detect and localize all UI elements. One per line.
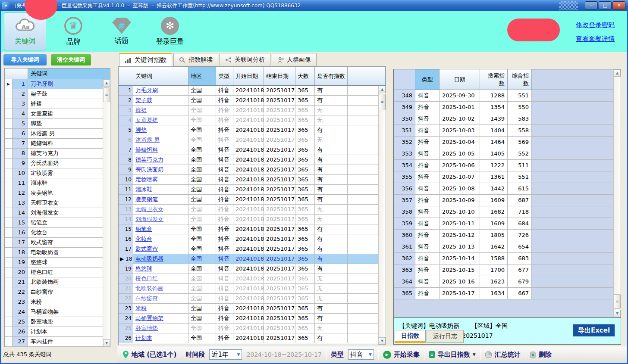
column-header[interactable]: 搜索指数 (480, 69, 508, 90)
table-row[interactable]: 356抖音2025-10-081442615 (394, 183, 613, 195)
minimize-button[interactable]: – (585, 1, 598, 9)
keyword-list-item[interactable]: 19悠悠球 (5, 258, 103, 268)
table-row[interactable]: 350抖音2025-10-021439583 (394, 113, 613, 125)
table-row[interactable]: 23米粉全国抖音2024101820251017365有 (119, 304, 378, 314)
keyword-list-item[interactable]: ▶1万毛牙刷 (5, 79, 103, 89)
column-header[interactable]: 综合指数 (508, 69, 532, 90)
keyword-link[interactable]: 马桶置物架 (135, 315, 163, 321)
table-row[interactable]: 21北欧装饰画全国抖音2024101820251017365无 (119, 284, 378, 294)
keyword-link[interactable]: 万毛牙刷 (135, 87, 158, 93)
keyword-list-item[interactable]: 9旁氏洗面奶 (5, 159, 103, 168)
keyword-list-item[interactable]: 25卧室地垫 (5, 317, 103, 327)
table-row[interactable]: 365抖音2025-10-171634667 (394, 288, 613, 299)
keyword-link[interactable]: 白纱窗帘 (135, 295, 158, 302)
table-row[interactable]: 19悠悠球全国抖音2024101820251017365有 (119, 264, 378, 274)
scroll-up-icon[interactable]: ▲ (379, 86, 386, 93)
clear-keywords-button[interactable]: 清空关键词 (51, 54, 91, 65)
keyword-list-item[interactable]: 15铅笔盒 (5, 218, 103, 228)
type-select[interactable]: 抖音 ▼ (348, 349, 374, 360)
table-row[interactable]: 5脚垫全国抖音2024101820251017365有 (119, 125, 378, 135)
tab-audience-profile[interactable]: 人群画像 (272, 53, 317, 66)
table-row[interactable]: 6沐浴露 男全国抖音2024101820251017365无 (119, 135, 378, 145)
keyword-link[interactable]: 沐浴露 男 (135, 137, 160, 143)
tab-run-log[interactable]: 运行日志 (427, 330, 464, 343)
keyword-list-item[interactable]: 21北欧装饰画 (5, 277, 103, 287)
table-row[interactable]: 7鲢鳙饵料全国抖音2024101820251017365有 (119, 145, 378, 155)
nav-login-juliang-button[interactable]: ✻ 登录巨量 (149, 12, 191, 50)
keyword-link[interactable]: 女童夏裙 (135, 117, 158, 123)
table-row[interactable]: 352抖音2025-10-041464569 (394, 137, 613, 148)
keyword-link[interactable]: 化妆台 (135, 236, 152, 242)
table-row[interactable]: 12凌美钢笔全国抖音2024101820251017365有 (119, 195, 378, 205)
table-row[interactable]: 348抖音2025-09-301288551 (394, 90, 613, 102)
keyword-list-item[interactable]: 2架子鼓 (5, 89, 103, 99)
table-row[interactable]: 361抖音2025-10-131642654 (394, 241, 613, 253)
keyword-list-item[interactable]: 23米粉 (5, 297, 103, 307)
table-row[interactable]: 24马桶置物架全国抖音2024101820251017365有 (119, 314, 378, 324)
table-row[interactable]: 360抖音2025-10-121805726 (394, 230, 613, 241)
keyword-link[interactable]: 德芙巧克力 (135, 156, 163, 163)
table-row[interactable]: 3裤裙全国抖音2024101820251017365无 (119, 106, 378, 115)
keyword-list-item[interactable]: 13无帽卫衣女 (5, 198, 103, 208)
keyword-link[interactable]: 鲢鳙饵料 (135, 146, 158, 153)
table-row[interactable]: 364抖音2025-10-161623679 (394, 276, 613, 288)
scroll-up-icon[interactable]: ▲ (103, 79, 110, 87)
nav-topic-button[interactable]: # 话题 (100, 12, 143, 50)
summary-stats-button[interactable]: 汇总统计 (485, 351, 521, 359)
table-row[interactable]: 354抖音2025-10-061222511 (394, 160, 613, 171)
keyword-link[interactable]: 北欧装饰画 (135, 285, 163, 292)
maximize-button[interactable]: □ (599, 1, 612, 9)
keyword-list-item[interactable]: 17欧式窗帘 (5, 238, 103, 248)
table-row[interactable]: 22白纱窗帘全国抖音2024101820251017365无 (119, 294, 378, 304)
export-excel-button[interactable]: 导出Excel (573, 324, 615, 336)
keyword-link[interactable]: 刘海假发女 (135, 216, 163, 222)
keyword-list-item[interactable]: 4女童夏裙 (5, 109, 103, 119)
column-header[interactable] (532, 69, 613, 90)
keyword-list-item[interactable]: 10定妆喷雾 (5, 168, 103, 178)
keyword-link[interactable]: 溜冰鞋 (135, 186, 152, 193)
tab-daily-index[interactable]: 日指数 (395, 330, 426, 343)
start-collect-button[interactable]: ▶ 开始采集 (383, 351, 420, 359)
keyword-link[interactable]: 裤裙 (135, 107, 147, 113)
scroll-down-icon[interactable]: ▼ (614, 310, 621, 317)
period-select[interactable]: 近1年 ▼ (209, 349, 242, 360)
table-row[interactable]: 355抖音2025-10-071361551 (394, 171, 613, 183)
nav-brand-button[interactable]: ♛ 品牌 (52, 12, 94, 50)
column-header[interactable] (394, 69, 415, 90)
keyword-column-header[interactable]: 关键词 (28, 68, 110, 79)
table-row[interactable]: 362抖音2025-10-141588683 (394, 253, 613, 264)
keyword-list-item[interactable]: 12凌美钢笔 (5, 188, 103, 198)
table-row[interactable]: 16化妆台全国抖音2024101820251017365有 (119, 234, 378, 244)
scrollbar-thumb[interactable]: ≡ (614, 294, 621, 309)
keyword-list-item[interactable]: 27车内挂件 (5, 337, 103, 347)
keyword-list-item[interactable]: 24马桶置物架 (5, 307, 103, 317)
keyword-list-item[interactable]: 6沐浴露 男 (5, 129, 103, 139)
table-row[interactable]: 15铅笔盒全国抖音2024101820251017365有 (119, 224, 378, 234)
table-row[interactable]: 11溜冰鞋全国抖音2024101820251017365有 (119, 185, 378, 195)
column-header[interactable]: 关键词 (133, 67, 188, 85)
keyword-list-item[interactable]: 11溜冰鞋 (5, 178, 103, 188)
table-row[interactable]: 17欧式窗帘全国抖音2024101820251017365有 (119, 244, 378, 254)
table-row[interactable]: 26计划本全国抖音2024101820251017365有 (119, 333, 378, 343)
table-row[interactable]: ▶ 18电动吸奶器全国抖音2024101820251017365有 (119, 254, 378, 264)
keyword-list-item[interactable]: 3裤裙 (5, 99, 103, 109)
table-row[interactable]: 8德芙巧克力全国抖音2024101820251017365有 (119, 155, 378, 165)
table-row[interactable]: 13无帽卫衣女全国抖音2024101820251017365无 (119, 205, 378, 215)
table-row[interactable]: 20橙色口红全国抖音2024101820251017365无 (119, 274, 378, 284)
tab-index-analysis[interactable]: 指数解读 (173, 53, 218, 66)
keyword-link[interactable]: 电动吸奶器 (135, 255, 163, 262)
table-row[interactable]: 357抖音2025-10-091609687 (394, 195, 613, 206)
scrollbar-thumb[interactable]: ≡ (103, 87, 110, 102)
change-password-link[interactable]: 修改登录密码 (576, 18, 615, 32)
scroll-down-icon[interactable]: ▼ (103, 339, 110, 347)
export-daily-index-button[interactable]: 导出日指数 ▼ (429, 351, 476, 359)
table-row[interactable]: 351抖音2025-10-031404558 (394, 125, 613, 137)
keyword-link[interactable]: 欧式窗帘 (135, 246, 158, 252)
column-header[interactable]: 开始日期 (233, 67, 264, 85)
column-header[interactable]: 是否有指数 (315, 67, 348, 85)
tab-keyword-index[interactable]: 关键词指数 (119, 53, 172, 66)
keyword-list-item[interactable]: 22白纱窗帘 (5, 287, 103, 297)
keyword-list-item[interactable]: 5脚垫 (5, 119, 103, 129)
keyword-link[interactable]: 凌美钢笔 (135, 196, 158, 202)
keyword-link[interactable]: 旁氏洗面奶 (135, 166, 163, 173)
